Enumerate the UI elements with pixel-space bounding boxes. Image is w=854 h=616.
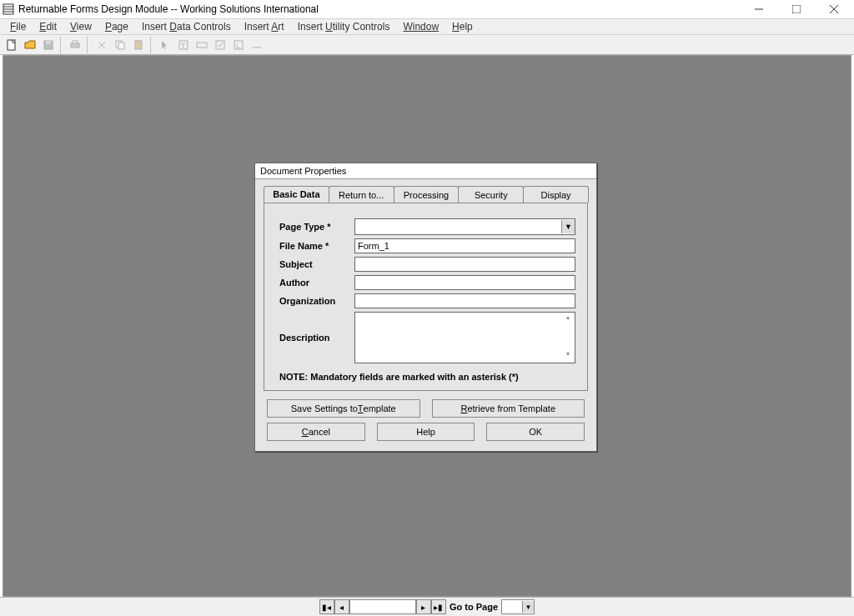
menu-file[interactable]: File bbox=[3, 19, 33, 34]
current-page-input[interactable] bbox=[349, 599, 416, 614]
svg-rect-17 bbox=[135, 41, 142, 49]
menu-help[interactable]: Help bbox=[445, 19, 480, 34]
document-properties-dialog: Document Properties Basic Data Return to… bbox=[254, 163, 597, 452]
maximize-button[interactable] bbox=[777, 0, 815, 18]
svg-rect-10 bbox=[46, 41, 51, 44]
mandatory-note: NOTE: Mandatory fields are marked with a… bbox=[279, 372, 575, 382]
toolbar-separator bbox=[87, 37, 90, 53]
label-page-type: Page Type * bbox=[279, 222, 354, 232]
file-name-input[interactable] bbox=[354, 238, 575, 253]
ok-button[interactable]: OK bbox=[486, 423, 585, 441]
menu-insert-art[interactable]: Insert Art bbox=[238, 19, 291, 34]
subject-input[interactable] bbox=[354, 257, 575, 272]
svg-text:L: L bbox=[236, 42, 240, 50]
dropdown-arrow-icon: ▼ bbox=[561, 220, 575, 233]
tab-processing[interactable]: Processing bbox=[394, 186, 460, 203]
copy-icon[interactable] bbox=[112, 37, 128, 53]
svg-rect-11 bbox=[71, 43, 79, 48]
menu-view[interactable]: View bbox=[63, 19, 98, 34]
page-type-select[interactable]: ▼ bbox=[354, 218, 575, 235]
label-tool-icon[interactable]: L bbox=[230, 37, 247, 53]
svg-rect-8 bbox=[8, 40, 15, 50]
menu-window[interactable]: Window bbox=[396, 19, 445, 34]
save-settings-to-template-button[interactable]: Save Settings to Template bbox=[267, 399, 420, 418]
organization-input[interactable] bbox=[354, 293, 575, 308]
window-controls bbox=[740, 0, 852, 18]
prev-page-button[interactable]: ◂ bbox=[334, 599, 349, 614]
goto-page-select[interactable]: ▼ bbox=[501, 599, 535, 614]
tab-basic-data[interactable]: Basic Data bbox=[264, 186, 329, 203]
goto-page-label: Go to Page bbox=[450, 602, 498, 612]
title-bar: Returnable Forms Design Module -- Workin… bbox=[0, 0, 854, 18]
last-page-button[interactable]: ▸▮ bbox=[431, 599, 446, 614]
label-description: Description bbox=[279, 333, 354, 343]
label-organization: Organization bbox=[279, 296, 354, 306]
help-button[interactable]: Help bbox=[377, 423, 475, 441]
new-icon[interactable] bbox=[3, 37, 20, 53]
retrieve-from-template-button[interactable]: Retrieve from Template bbox=[432, 399, 585, 418]
menu-insert-data-controls[interactable]: Insert Data Controls bbox=[135, 19, 238, 34]
author-input[interactable] bbox=[354, 275, 575, 290]
window-title: Returnable Forms Design Module -- Workin… bbox=[18, 3, 740, 15]
tab-security[interactable]: Security bbox=[458, 186, 524, 203]
label-file-name: File Name * bbox=[279, 241, 354, 251]
svg-rect-21 bbox=[197, 43, 207, 48]
svg-rect-12 bbox=[73, 41, 78, 43]
line-tool-icon[interactable] bbox=[249, 37, 265, 53]
tab-return-to[interactable]: Return to... bbox=[329, 186, 394, 203]
toolbar: T L bbox=[0, 35, 854, 55]
save-icon[interactable] bbox=[40, 37, 57, 53]
toolbar-separator bbox=[60, 37, 63, 53]
svg-rect-16 bbox=[118, 43, 124, 49]
scroll-up-icon[interactable]: ▴ bbox=[562, 313, 574, 325]
scroll-down-icon[interactable]: ▾ bbox=[562, 350, 574, 362]
app-icon bbox=[2, 3, 15, 16]
close-button[interactable] bbox=[815, 0, 852, 18]
svg-text:T: T bbox=[181, 42, 186, 50]
tab-display[interactable]: Display bbox=[523, 186, 589, 203]
tab-panel-basic-data: Page Type * ▼ File Name * Subject Author… bbox=[264, 203, 588, 391]
menu-page[interactable]: Page bbox=[98, 19, 135, 34]
label-author: Author bbox=[279, 278, 354, 288]
paste-icon[interactable] bbox=[130, 37, 147, 53]
print-icon[interactable] bbox=[67, 37, 83, 53]
description-textarea[interactable]: ▴ ▾ bbox=[354, 312, 575, 363]
page-navigator: ▮◂ ◂ ▸ ▸▮ Go to Page ▼ bbox=[319, 599, 535, 614]
minimize-button[interactable] bbox=[740, 0, 777, 18]
menu-edit[interactable]: Edit bbox=[33, 19, 63, 34]
svg-rect-18 bbox=[137, 40, 140, 42]
first-page-button[interactable]: ▮◂ bbox=[319, 599, 334, 614]
next-page-button[interactable]: ▸ bbox=[416, 599, 431, 614]
dropdown-arrow-icon: ▼ bbox=[522, 601, 534, 613]
field-tool-icon[interactable] bbox=[193, 37, 210, 53]
text-tool-icon[interactable]: T bbox=[175, 37, 192, 53]
pointer-icon[interactable] bbox=[157, 37, 173, 53]
dialog-tabs: Basic Data Return to... Processing Secur… bbox=[255, 179, 596, 203]
cancel-button[interactable]: Cancel bbox=[267, 423, 365, 441]
dialog-title: Document Properties bbox=[255, 163, 596, 179]
open-icon[interactable] bbox=[22, 37, 38, 53]
checkbox-tool-icon[interactable] bbox=[212, 37, 229, 53]
cut-icon[interactable] bbox=[93, 37, 110, 53]
toolbar-separator bbox=[150, 37, 153, 53]
menu-bar: File Edit View Page Insert Data Controls… bbox=[0, 18, 854, 35]
menu-insert-utility-controls[interactable]: Insert Utility Controls bbox=[291, 19, 397, 34]
svg-rect-5 bbox=[792, 5, 801, 13]
label-subject: Subject bbox=[279, 259, 354, 269]
status-bar: ▮◂ ◂ ▸ ▸▮ Go to Page ▼ bbox=[0, 597, 854, 616]
